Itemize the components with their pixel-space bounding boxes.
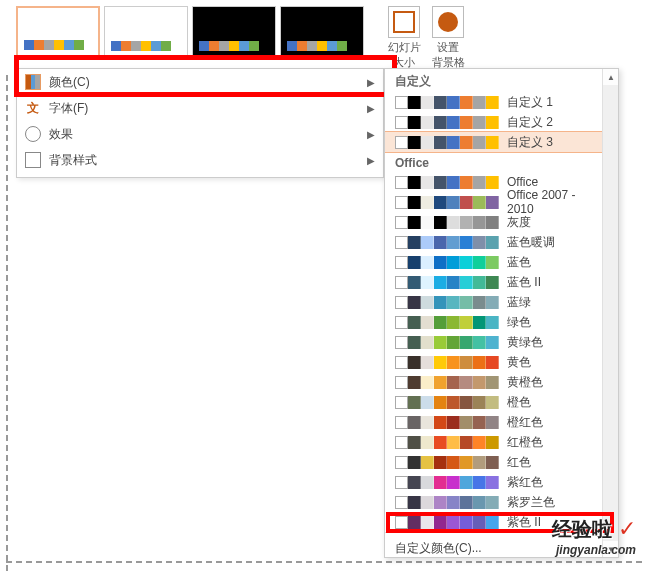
thumb-strip — [24, 40, 84, 50]
color-scheme-label: 蓝绿 — [507, 294, 531, 311]
color-swatches — [395, 196, 499, 209]
color-scheme-row[interactable]: 蓝色 II — [385, 272, 602, 292]
color-scheme-row[interactable]: 紫罗兰色 — [385, 492, 602, 512]
color-scheme-label: 紫红色 — [507, 474, 543, 491]
color-swatches — [395, 216, 499, 229]
color-swatches — [395, 316, 499, 329]
color-swatches — [395, 496, 499, 509]
theme-thumbnails — [16, 6, 364, 60]
menu-background[interactable]: 背景样式 ▶ — [17, 147, 383, 173]
slide-size-label: 幻灯片 大小 — [384, 40, 424, 70]
color-swatches — [395, 356, 499, 369]
color-scheme-label: 黄橙色 — [507, 374, 543, 391]
color-scheme-label: 橙色 — [507, 394, 531, 411]
section-office-header: Office — [385, 152, 602, 172]
guide-left — [6, 75, 8, 571]
color-scheme-label: 紫色 II — [507, 514, 541, 531]
theme-thumb-3[interactable] — [192, 6, 276, 60]
color-scheme-label: 紫罗兰色 — [507, 494, 555, 511]
color-swatches — [395, 276, 499, 289]
color-swatches — [395, 376, 499, 389]
color-scheme-label: 红橙色 — [507, 434, 543, 451]
color-swatches — [395, 176, 499, 189]
thumb-strip — [111, 41, 171, 51]
color-swatches — [395, 116, 499, 129]
thumb-strip — [199, 41, 259, 51]
color-scheme-row[interactable]: 自定义 1 — [385, 92, 602, 112]
color-swatches — [395, 516, 499, 529]
colors-submenu: 自定义 自定义 1自定义 2自定义 3 Office OfficeOffice … — [384, 68, 619, 558]
color-scheme-label: Office 2007 - 2010 — [507, 188, 596, 216]
theme-thumb-1[interactable] — [16, 6, 100, 60]
chevron-right-icon: ▶ — [367, 129, 375, 140]
guide-bottom — [6, 561, 642, 563]
scroll-up-icon[interactable]: ▲ — [603, 69, 619, 85]
color-scheme-label: 自定义 2 — [507, 114, 553, 131]
menu-fonts-label: 字体(F) — [49, 100, 88, 117]
color-swatches — [395, 436, 499, 449]
menu-colors-label: 颜色(C) — [49, 74, 90, 91]
color-scheme-row[interactable]: 绿色 — [385, 312, 602, 332]
color-scheme-label: 蓝色 — [507, 254, 531, 271]
chevron-right-icon: ▶ — [367, 155, 375, 166]
color-scheme-row[interactable]: 橙色 — [385, 392, 602, 412]
chevron-right-icon: ▶ — [367, 77, 375, 88]
background-icon — [25, 152, 41, 168]
color-scheme-label: Office — [507, 175, 538, 189]
variants-menu: 颜色(C) ▶ 文 字体(F) ▶ 效果 ▶ 背景样式 ▶ — [16, 68, 384, 178]
menu-colors[interactable]: 颜色(C) ▶ — [17, 69, 383, 95]
submenu-content: 自定义 自定义 1自定义 2自定义 3 Office OfficeOffice … — [385, 69, 602, 557]
color-scheme-label: 自定义 3 — [507, 134, 553, 151]
theme-thumb-2[interactable] — [104, 6, 188, 60]
color-scheme-row[interactable]: 蓝色 — [385, 252, 602, 272]
theme-thumb-4[interactable] — [280, 6, 364, 60]
menu-background-label: 背景样式 — [49, 152, 97, 169]
color-scheme-row[interactable]: 紫色 II — [385, 512, 602, 532]
color-scheme-row[interactable]: 蓝绿 — [385, 292, 602, 312]
submenu-footer: 自定义颜色(C)... 重设幻灯片主题颜色 — [385, 532, 602, 557]
gear-icon — [438, 12, 458, 32]
scroll-track[interactable] — [603, 85, 618, 541]
color-scheme-row[interactable]: 蓝色暖调 — [385, 232, 602, 252]
color-scheme-label: 黄色 — [507, 354, 531, 371]
color-scheme-label: 红色 — [507, 454, 531, 471]
menu-effects-label: 效果 — [49, 126, 73, 143]
color-scheme-label: 蓝色 II — [507, 274, 541, 291]
color-scheme-row[interactable]: 黄橙色 — [385, 372, 602, 392]
color-scheme-row[interactable]: 黄绿色 — [385, 332, 602, 352]
color-swatches — [395, 476, 499, 489]
scroll-down-icon[interactable]: ▼ — [603, 541, 619, 557]
color-swatches — [395, 96, 499, 109]
color-scheme-row[interactable]: 紫红色 — [385, 472, 602, 492]
color-scheme-label: 橙红色 — [507, 414, 543, 431]
color-scheme-label: 自定义 1 — [507, 94, 553, 111]
color-swatches — [395, 136, 499, 149]
color-swatches — [395, 296, 499, 309]
color-scheme-row[interactable]: 黄色 — [385, 352, 602, 372]
thumb-strip — [287, 41, 347, 51]
color-scheme-label: 蓝色暖调 — [507, 234, 555, 251]
color-swatches — [395, 396, 499, 409]
color-swatches — [395, 456, 499, 469]
color-scheme-row[interactable]: 红橙色 — [385, 432, 602, 452]
submenu-scrollbar[interactable]: ▲ ▼ — [602, 69, 618, 557]
color-swatches — [395, 336, 499, 349]
fonts-icon: 文 — [25, 100, 41, 116]
color-scheme-label: 灰度 — [507, 214, 531, 231]
menu-effects[interactable]: 效果 ▶ — [17, 121, 383, 147]
slide-icon — [393, 11, 415, 33]
color-scheme-label: 绿色 — [507, 314, 531, 331]
effects-icon — [25, 126, 41, 142]
color-scheme-row[interactable]: 红色 — [385, 452, 602, 472]
color-swatches — [395, 256, 499, 269]
color-swatches — [395, 236, 499, 249]
color-scheme-row[interactable]: 自定义 2 — [385, 112, 602, 132]
color-scheme-label: 黄绿色 — [507, 334, 543, 351]
customize-colors-item[interactable]: 自定义颜色(C)... — [385, 537, 602, 557]
color-scheme-row[interactable]: Office 2007 - 2010 — [385, 192, 602, 212]
color-scheme-row[interactable]: 自定义 3 — [385, 132, 602, 152]
colors-icon — [25, 74, 41, 90]
color-scheme-row[interactable]: 橙红色 — [385, 412, 602, 432]
section-custom-header: 自定义 — [385, 69, 602, 92]
menu-fonts[interactable]: 文 字体(F) ▶ — [17, 95, 383, 121]
